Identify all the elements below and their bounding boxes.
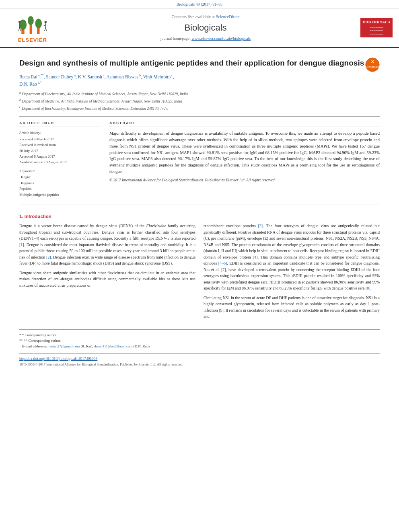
author-vinit: Vinit Mehrotra	[143, 74, 171, 79]
abstract-col: ABSTRACT Major difficulty in development…	[109, 121, 380, 197]
date-accepted: Accepted 8 August 2017	[19, 154, 100, 159]
intro-right: recombinant envelope proteins [3]. The f…	[204, 223, 380, 323]
crossmark-icon[interactable]: ✕ CrossMark	[365, 58, 380, 72]
sciencedirect-line: Contents lists available at ScienceDirec…	[59, 14, 352, 20]
article-history: Article history: Received 3 March 2017 R…	[19, 130, 100, 165]
elsevier-logo: ELSEVIER	[16, 12, 49, 44]
biologicals-badge: BIOLOGICALS ═════════════════════	[360, 18, 393, 37]
title-row: Design and synthesis of multiple antigen…	[19, 54, 380, 73]
introduction-section: 1. Introduction Dengue is a vector borne…	[19, 213, 380, 323]
journal-ref-bar: Biologicals 49 (2017) 81–85	[0, 0, 399, 8]
svg-point-11	[45, 21, 47, 23]
author-ashutosh: Ashutosh Biswas	[107, 74, 139, 79]
copyright-line: © 2017 International Alliance for Biolog…	[109, 177, 380, 183]
date-online: Available online 18 August 2017	[19, 159, 100, 165]
journal-title: Biologicals	[59, 22, 352, 34]
svg-text:CrossMark: CrossMark	[366, 66, 379, 68]
affil-a: a Department of Biochemistry, All India …	[19, 90, 380, 97]
svg-point-6	[19, 21, 21, 23]
elsevier-logo-area: ELSEVIER	[6, 12, 59, 44]
keyword-peptides: Peptides	[19, 186, 100, 191]
badge-decoration: ═════════════════════	[363, 26, 390, 36]
author-reeta: Reeta Rai	[19, 74, 37, 79]
main-content: Design and synthesis of multiple antigen…	[0, 48, 399, 374]
intro-title: 1. Introduction	[19, 213, 380, 220]
article-info-label: ARTICLE INFO	[19, 121, 100, 127]
issn-line: 1045-1056/© 2017 International Alliance …	[19, 362, 380, 367]
footnote-corresponding2: ** ** Corresponding author.	[19, 338, 380, 343]
svg-text:✕: ✕	[371, 60, 374, 64]
footnote-corresponding1: * * Corresponding author.	[19, 332, 380, 338]
sciencedirect-link[interactable]: ScienceDirect	[216, 14, 240, 19]
email-dn[interactable]: dnrao311@rediffmail.com	[94, 344, 133, 348]
footnotes-area: * * Corresponding author. ** ** Correspo…	[19, 329, 380, 349]
intro-para1: Dengue is a vector borne disease caused …	[19, 223, 195, 267]
homepage-link[interactable]: www.elsevier.com/locate/biologicals	[191, 36, 251, 41]
author-sameer: Sameer Dubey	[46, 74, 73, 79]
elsevier-label: ELSEVIER	[18, 37, 47, 44]
keywords-section: Keywords: Dengue Diagnosis Peptides Mult…	[19, 168, 100, 197]
email-reeta[interactable]: reetan27@gmail.com	[49, 344, 80, 348]
history-dates: Received 3 March 2017 Received in revise…	[19, 136, 100, 165]
footnote-emails: E-mail addresses: reetan27@gmail.com (R.…	[19, 343, 380, 349]
date-received: Received 3 March 2017	[19, 136, 100, 142]
date-revised-label: Received in revised form	[19, 142, 100, 148]
abstract-text: Major difficulty in development of dengu…	[109, 130, 380, 183]
doi-link[interactable]: http://dx.doi.org/10.1016/j.biologicals.…	[19, 357, 97, 361]
header-center: Contents lists available at ScienceDirec…	[59, 14, 352, 41]
intro-para2: Dengue virus share antigenic similaritie…	[19, 270, 195, 289]
divider-2	[19, 205, 380, 205]
author-dn: D.N. Rao	[19, 82, 37, 86]
keywords-label: Keywords:	[19, 168, 100, 174]
elsevier-tree-icon	[16, 12, 49, 36]
affil-b: b Department of Medicine, All India Inst…	[19, 98, 380, 105]
abstract-label: ABSTRACT	[109, 121, 380, 127]
header-right: BIOLOGICALS ═════════════════════	[352, 18, 393, 37]
intro-para3: recombinant envelope proteins [3]. The f…	[204, 223, 380, 292]
svg-line-14	[45, 28, 46, 31]
affiliations: a Department of Biochemistry, All India …	[19, 90, 380, 112]
keyword-maps: Multiple antigenic peptides	[19, 192, 100, 197]
intro-left: Dengue is a vector borne disease caused …	[19, 223, 195, 323]
keyword-dengue: Dengue	[19, 174, 100, 180]
article-info-abstract: ARTICLE INFO Article history: Received 3…	[19, 121, 380, 197]
doi-bar: http://dx.doi.org/10.1016/j.biologicals.…	[19, 353, 380, 367]
divider-1	[19, 116, 380, 117]
svg-point-5	[35, 19, 42, 29]
svg-line-15	[45, 28, 47, 31]
homepage-line: journal homepage: www.elsevier.com/locat…	[59, 36, 352, 41]
article-title: Design and synthesis of multiple antigen…	[19, 58, 364, 68]
affil-c: c Department of Biochemistry, Himalayan …	[19, 105, 380, 112]
intro-para4: Circulating NS1 in the serum of acute DF…	[204, 295, 380, 320]
date-revised: 20 July 2017	[19, 148, 100, 154]
svg-line-9	[19, 28, 20, 31]
svg-point-1	[19, 19, 27, 30]
article-info-col: ARTICLE INFO Article history: Received 3…	[19, 121, 100, 197]
history-label: Article history:	[19, 130, 100, 136]
svg-point-3	[28, 16, 34, 25]
intro-two-col: Dengue is a vector borne disease caused …	[19, 223, 380, 323]
journal-reference: Biologicals 49 (2017) 81–85	[177, 2, 223, 6]
keyword-diagnosis: Diagnosis	[19, 180, 100, 186]
header-area: ELSEVIER Contents lists available at Sci…	[0, 8, 399, 48]
authors-line: Reeta Rai a,**, Sameer Dubey a, K.V. San…	[19, 73, 380, 88]
author-kv: K.V. Santosh	[78, 74, 102, 79]
